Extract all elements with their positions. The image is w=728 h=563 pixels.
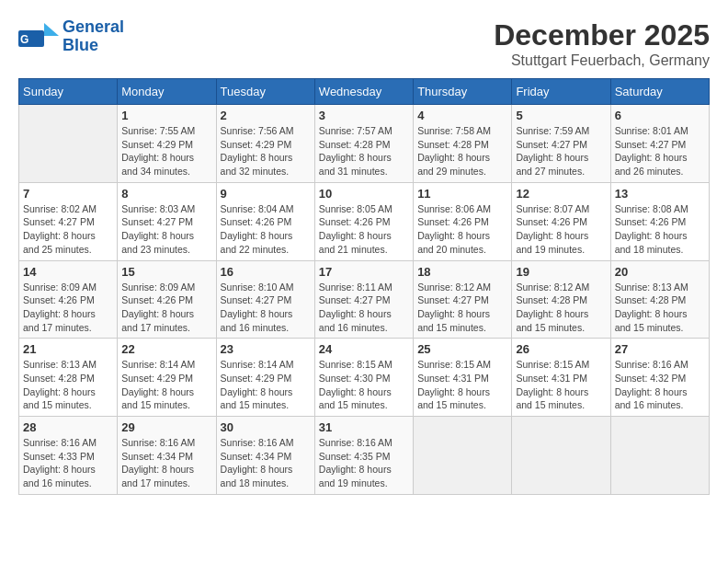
day-number: 20	[615, 265, 705, 279]
day-info: Sunrise: 8:07 AMSunset: 4:26 PMDaylight:…	[516, 202, 606, 257]
day-number: 10	[319, 187, 409, 201]
calendar-cell: 29Sunrise: 8:16 AMSunset: 4:34 PMDayligh…	[118, 417, 216, 495]
calendar-cell: 22Sunrise: 8:14 AMSunset: 4:29 PMDayligh…	[118, 339, 216, 417]
svg-marker-2	[44, 23, 59, 36]
calendar-cell: 20Sunrise: 8:13 AMSunset: 4:28 PMDayligh…	[610, 260, 709, 339]
weekday-header: Thursday	[414, 79, 512, 105]
day-info: Sunrise: 8:12 AMSunset: 4:28 PMDaylight:…	[516, 281, 606, 335]
calendar-cell: 13Sunrise: 8:08 AMSunset: 4:26 PMDayligh…	[610, 182, 709, 260]
day-number: 22	[121, 342, 211, 356]
calendar-cell: 2Sunrise: 7:56 AMSunset: 4:29 PMDaylight…	[216, 105, 314, 183]
day-number: 5	[516, 109, 606, 122]
day-number: 18	[417, 265, 507, 279]
logo-icon: G	[18, 23, 59, 51]
calendar-cell: 28Sunrise: 8:16 AMSunset: 4:33 PMDayligh…	[19, 417, 118, 495]
day-info: Sunrise: 8:16 AMSunset: 4:32 PMDaylight:…	[615, 358, 705, 412]
day-info: Sunrise: 8:15 AMSunset: 4:31 PMDaylight:…	[417, 358, 507, 412]
calendar-cell: 4Sunrise: 7:58 AMSunset: 4:28 PMDaylight…	[414, 105, 512, 183]
day-number: 31	[319, 420, 409, 434]
calendar-cell: 26Sunrise: 8:15 AMSunset: 4:31 PMDayligh…	[512, 339, 610, 417]
calendar-cell	[610, 417, 709, 495]
day-info: Sunrise: 7:57 AMSunset: 4:28 PMDaylight:…	[319, 124, 409, 178]
day-info: Sunrise: 8:09 AMSunset: 4:26 PMDaylight:…	[23, 281, 113, 335]
calendar-week-row: 21Sunrise: 8:13 AMSunset: 4:28 PMDayligh…	[19, 339, 710, 417]
day-info: Sunrise: 8:16 AMSunset: 4:34 PMDaylight:…	[121, 436, 211, 490]
day-number: 2	[221, 109, 311, 122]
calendar-cell: 7Sunrise: 8:02 AMSunset: 4:27 PMDaylight…	[19, 182, 118, 260]
day-info: Sunrise: 7:56 AMSunset: 4:29 PMDaylight:…	[221, 124, 311, 178]
day-number: 14	[23, 265, 113, 279]
calendar-week-row: 28Sunrise: 8:16 AMSunset: 4:33 PMDayligh…	[19, 417, 710, 495]
weekday-header: Monday	[118, 79, 216, 105]
day-info: Sunrise: 8:16 AMSunset: 4:35 PMDaylight:…	[319, 436, 409, 490]
calendar-cell: 16Sunrise: 8:10 AMSunset: 4:27 PMDayligh…	[216, 260, 314, 339]
day-info: Sunrise: 8:16 AMSunset: 4:33 PMDaylight:…	[23, 436, 113, 490]
day-number: 12	[516, 187, 606, 201]
calendar-cell: 31Sunrise: 8:16 AMSunset: 4:35 PMDayligh…	[314, 417, 413, 495]
day-info: Sunrise: 8:13 AMSunset: 4:28 PMDaylight:…	[615, 281, 705, 335]
month-title: December 2025	[494, 18, 710, 52]
calendar-cell	[414, 417, 512, 495]
calendar-cell	[19, 105, 118, 183]
day-number: 8	[121, 187, 211, 201]
calendar-cell: 17Sunrise: 8:11 AMSunset: 4:27 PMDayligh…	[314, 260, 413, 339]
calendar-cell: 6Sunrise: 8:01 AMSunset: 4:27 PMDaylight…	[610, 105, 709, 183]
calendar-cell: 23Sunrise: 8:14 AMSunset: 4:29 PMDayligh…	[216, 339, 314, 417]
svg-text:G: G	[20, 33, 28, 46]
day-number: 28	[23, 420, 113, 434]
calendar-header: SundayMondayTuesdayWednesdayThursdayFrid…	[19, 79, 710, 105]
day-info: Sunrise: 8:15 AMSunset: 4:31 PMDaylight:…	[516, 358, 606, 412]
weekday-header: Sunday	[19, 79, 118, 105]
day-info: Sunrise: 7:58 AMSunset: 4:28 PMDaylight:…	[417, 124, 507, 178]
day-info: Sunrise: 8:12 AMSunset: 4:27 PMDaylight:…	[417, 281, 507, 335]
calendar-cell: 14Sunrise: 8:09 AMSunset: 4:26 PMDayligh…	[19, 260, 118, 339]
calendar-cell: 19Sunrise: 8:12 AMSunset: 4:28 PMDayligh…	[512, 260, 610, 339]
day-info: Sunrise: 8:13 AMSunset: 4:28 PMDaylight:…	[23, 358, 113, 412]
calendar-cell: 9Sunrise: 8:04 AMSunset: 4:26 PMDaylight…	[216, 182, 314, 260]
title-section: December 2025 Stuttgart Feuerbach, Germa…	[494, 18, 710, 69]
logo-line1: General	[63, 18, 124, 37]
day-number: 19	[516, 265, 606, 279]
day-number: 3	[319, 109, 409, 122]
calendar-cell: 10Sunrise: 8:05 AMSunset: 4:26 PMDayligh…	[314, 182, 413, 260]
weekday-header: Wednesday	[314, 79, 413, 105]
day-number: 26	[516, 342, 606, 356]
day-info: Sunrise: 8:01 AMSunset: 4:27 PMDaylight:…	[615, 124, 705, 178]
calendar-cell: 21Sunrise: 8:13 AMSunset: 4:28 PMDayligh…	[19, 339, 118, 417]
calendar-table: SundayMondayTuesdayWednesdayThursdayFrid…	[18, 78, 710, 495]
day-number: 17	[319, 265, 409, 279]
calendar-cell: 8Sunrise: 8:03 AMSunset: 4:27 PMDaylight…	[118, 182, 216, 260]
day-number: 13	[615, 187, 705, 201]
day-number: 23	[221, 342, 311, 356]
day-info: Sunrise: 8:05 AMSunset: 4:26 PMDaylight:…	[319, 202, 409, 257]
day-number: 11	[417, 187, 507, 201]
day-info: Sunrise: 8:06 AMSunset: 4:26 PMDaylight:…	[417, 202, 507, 257]
day-number: 4	[417, 109, 507, 122]
day-number: 1	[121, 109, 211, 122]
calendar-cell: 18Sunrise: 8:12 AMSunset: 4:27 PMDayligh…	[414, 260, 512, 339]
calendar-cell: 3Sunrise: 7:57 AMSunset: 4:28 PMDaylight…	[314, 105, 413, 183]
location: Stuttgart Feuerbach, Germany	[494, 52, 710, 69]
day-info: Sunrise: 7:59 AMSunset: 4:27 PMDaylight:…	[516, 124, 606, 178]
calendar-cell: 1Sunrise: 7:55 AMSunset: 4:29 PMDaylight…	[118, 105, 216, 183]
day-number: 27	[615, 342, 705, 356]
day-info: Sunrise: 8:03 AMSunset: 4:27 PMDaylight:…	[121, 202, 211, 257]
calendar-cell: 30Sunrise: 8:16 AMSunset: 4:34 PMDayligh…	[216, 417, 314, 495]
day-info: Sunrise: 8:15 AMSunset: 4:30 PMDaylight:…	[319, 358, 409, 412]
day-number: 25	[417, 342, 507, 356]
day-info: Sunrise: 8:04 AMSunset: 4:26 PMDaylight:…	[221, 202, 311, 257]
day-info: Sunrise: 8:14 AMSunset: 4:29 PMDaylight:…	[221, 358, 311, 412]
day-info: Sunrise: 8:10 AMSunset: 4:27 PMDaylight:…	[221, 281, 311, 335]
day-info: Sunrise: 7:55 AMSunset: 4:29 PMDaylight:…	[121, 124, 211, 178]
logo-line2: Blue	[63, 37, 124, 55]
day-number: 30	[221, 420, 311, 434]
day-info: Sunrise: 8:08 AMSunset: 4:26 PMDaylight:…	[615, 202, 705, 257]
calendar-cell: 5Sunrise: 7:59 AMSunset: 4:27 PMDaylight…	[512, 105, 610, 183]
page-header: G General Blue December 2025 Stuttgart F…	[18, 18, 710, 69]
logo: G General Blue	[18, 18, 124, 55]
weekday-header: Tuesday	[216, 79, 314, 105]
calendar-cell: 12Sunrise: 8:07 AMSunset: 4:26 PMDayligh…	[512, 182, 610, 260]
day-number: 24	[319, 342, 409, 356]
calendar-cell: 15Sunrise: 8:09 AMSunset: 4:26 PMDayligh…	[118, 260, 216, 339]
day-number: 6	[615, 109, 705, 122]
